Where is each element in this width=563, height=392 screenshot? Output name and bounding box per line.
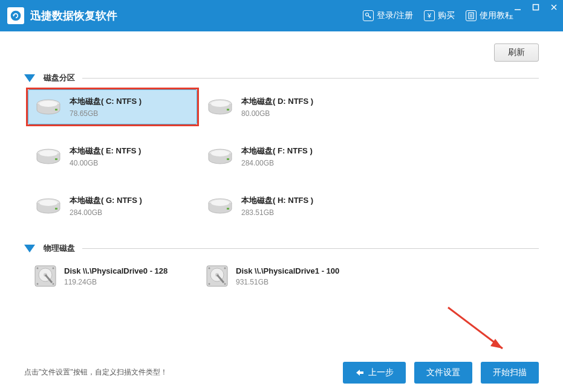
svg-point-17 (211, 101, 229, 107)
svg-point-43 (209, 283, 210, 285)
disk-drive-icon (207, 196, 233, 216)
partition-name: 本地磁盘( C: NTFS ) (70, 96, 142, 107)
physical-header: 物理磁盘 (24, 243, 539, 254)
svg-marker-46 (490, 339, 503, 349)
physical-disk-item[interactable]: Disk \\.\PhysicalDrive0 - 128119.24GB (28, 260, 197, 292)
svg-rect-24 (227, 158, 229, 160)
partition-item[interactable]: 本地磁盘( H: NTFS )283.51GB (200, 188, 369, 223)
minimize-button[interactable] (509, 0, 527, 14)
login-label: 登录/注册 (377, 10, 413, 21)
svg-point-6 (366, 13, 369, 16)
start-scan-button[interactable]: 开始扫描 (481, 362, 539, 384)
partition-name: 本地磁盘( F: NTFS ) (241, 146, 313, 156)
footer-hint: 点击"文件设置"按钮，自定义扫描文件类型！ (24, 367, 343, 378)
partition-size: 284.00GB (70, 208, 142, 217)
partitions-title: 磁盘分区 (44, 72, 75, 83)
partition-item[interactable]: 本地磁盘( G: NTFS )284.00GB (28, 188, 197, 223)
disk-drive-icon (207, 147, 233, 166)
partition-size: 78.65GB (70, 109, 142, 118)
partitions-grid: 本地磁盘( C: NTFS )78.65GB本地磁盘( D: NTFS )80.… (24, 89, 539, 223)
divider (82, 248, 539, 249)
partition-name: 本地磁盘( D: NTFS ) (241, 96, 313, 107)
svg-point-36 (37, 283, 39, 285)
svg-line-8 (370, 17, 371, 18)
svg-point-41 (209, 268, 210, 269)
key-icon (363, 10, 374, 21)
refresh-button[interactable]: 刷新 (494, 43, 539, 62)
partition-item[interactable]: 本地磁盘( E: NTFS )40.00GB (28, 139, 197, 174)
disk-drive-icon (36, 97, 61, 117)
physical-size: 119.24GB (64, 278, 168, 286)
doc-icon (466, 10, 477, 21)
main-content: 刷新 磁盘分区 本地磁盘( C: NTFS )78.65GB本地磁盘( D: N… (0, 31, 563, 353)
tutorial-link[interactable]: 使用教程 (466, 10, 513, 21)
disk-drive-icon (36, 196, 61, 216)
svg-rect-18 (227, 109, 229, 111)
svg-point-34 (37, 268, 39, 269)
partition-item[interactable]: 本地磁盘( F: NTFS )284.00GB (200, 139, 369, 174)
divider (82, 78, 539, 79)
back-button[interactable]: 上一步 (343, 362, 406, 384)
partition-size: 283.51GB (241, 208, 313, 217)
title-bar: 迅捷数据恢复软件 登录/注册 ¥ 购买 使用教程 (0, 0, 563, 31)
buy-link[interactable]: ¥ 购买 (424, 10, 455, 21)
annotation-arrow-icon (442, 301, 515, 359)
back-label: 上一步 (368, 367, 394, 378)
close-button[interactable] (545, 0, 563, 14)
physical-size: 931.51GB (236, 278, 339, 286)
svg-rect-15 (55, 109, 57, 111)
header-links: 登录/注册 ¥ 购买 使用教程 (363, 10, 513, 21)
svg-point-35 (53, 268, 54, 269)
svg-point-44 (224, 283, 226, 285)
maximize-button[interactable] (527, 0, 545, 14)
partition-name: 本地磁盘( G: NTFS ) (70, 195, 142, 206)
svg-rect-1 (533, 5, 539, 10)
disk-drive-icon (207, 97, 233, 117)
svg-point-20 (39, 150, 57, 156)
physical-name: Disk \\.\PhysicalDrive1 - 100 (236, 266, 339, 275)
login-register-link[interactable]: 登录/注册 (363, 10, 413, 21)
app-logo-icon (7, 7, 24, 24)
partition-size: 80.00GB (241, 109, 313, 118)
physical-grid: Disk \\.\PhysicalDrive0 - 128119.24GBDis… (24, 260, 539, 292)
svg-rect-30 (227, 208, 229, 210)
partitions-header: 磁盘分区 (24, 72, 539, 83)
partition-name: 本地磁盘( E: NTFS ) (70, 146, 141, 156)
svg-point-42 (224, 268, 226, 269)
physical-name: Disk \\.\PhysicalDrive0 - 128 (64, 266, 168, 275)
svg-rect-27 (55, 208, 57, 210)
file-settings-button[interactable]: 文件设置 (414, 362, 472, 384)
svg-point-26 (39, 200, 57, 206)
svg-point-37 (53, 283, 54, 285)
physical-disk-item[interactable]: Disk \\.\PhysicalDrive1 - 100931.51GB (200, 260, 369, 292)
partition-item[interactable]: 本地磁盘( D: NTFS )80.00GB (200, 89, 369, 124)
svg-point-23 (211, 150, 229, 156)
svg-rect-21 (55, 158, 57, 160)
yen-icon: ¥ (424, 10, 435, 21)
physical-title: 物理磁盘 (44, 243, 75, 254)
svg-point-4 (11, 11, 21, 21)
hard-disk-icon (206, 265, 229, 288)
partition-size: 40.00GB (70, 159, 141, 167)
partition-name: 本地磁盘( H: NTFS ) (241, 195, 313, 206)
hard-disk-icon (34, 265, 57, 288)
triangle-down-icon (24, 74, 35, 82)
svg-point-14 (39, 101, 57, 107)
buy-label: 购买 (438, 10, 455, 21)
disk-drive-icon (36, 147, 61, 166)
triangle-down-icon (24, 245, 35, 252)
svg-point-29 (211, 200, 229, 206)
window-controls (509, 0, 563, 14)
back-arrow-icon (355, 368, 365, 377)
partition-item[interactable]: 本地磁盘( C: NTFS )78.65GB (28, 89, 197, 124)
partition-size: 284.00GB (241, 159, 313, 167)
app-title: 迅捷数据恢复软件 (30, 8, 363, 23)
svg-line-45 (448, 307, 503, 349)
footer: 点击"文件设置"按钮，自定义扫描文件类型！ 上一步 文件设置 开始扫描 (0, 353, 563, 392)
